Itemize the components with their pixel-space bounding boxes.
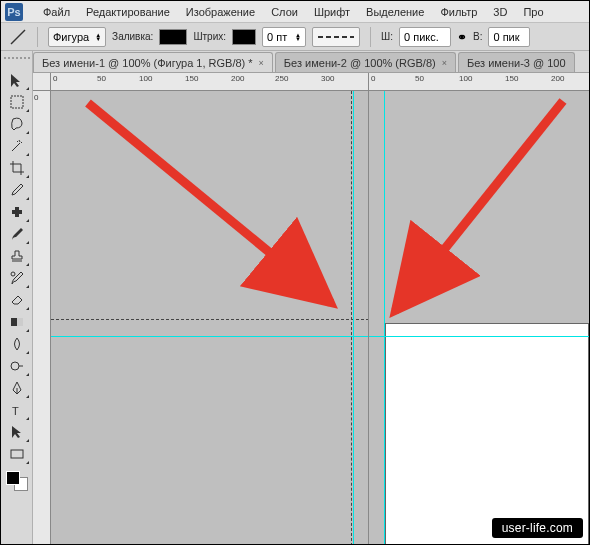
stroke-style-select[interactable]	[312, 27, 360, 47]
toolbar: T	[1, 51, 33, 545]
menu-view-partial[interactable]: Про	[515, 6, 551, 18]
ruler-tick: 150	[505, 74, 518, 83]
canvas-area[interactable]: 0 50 100 150 200 250 300 0 50 100 150 20…	[33, 73, 589, 545]
menu-select[interactable]: Выделение	[358, 6, 432, 18]
menu-layers[interactable]: Слои	[263, 6, 306, 18]
document-1-viewport[interactable]	[51, 91, 369, 545]
menu-image[interactable]: Изображение	[178, 6, 263, 18]
tab-doc2[interactable]: Без имени-2 @ 100% (RGB/8) ×	[275, 52, 456, 72]
tab-doc3[interactable]: Без имени-3 @ 100	[458, 52, 575, 72]
svg-point-8	[11, 362, 19, 370]
path-select-tool[interactable]	[4, 421, 30, 443]
ruler-tick: 0	[371, 74, 375, 83]
stepper-arrows-icon: ▲▼	[295, 33, 301, 41]
shape-mode-label: Фигура	[53, 31, 89, 43]
ruler-tick: 200	[551, 74, 564, 83]
watermark: user-life.com	[492, 518, 583, 538]
fill-swatch[interactable]	[159, 29, 187, 45]
vertical-ruler[interactable]: 0	[33, 91, 51, 545]
marquee-tool[interactable]	[4, 91, 30, 113]
app-logo: Ps	[5, 3, 23, 21]
history-brush-tool[interactable]	[4, 267, 30, 289]
pen-tool[interactable]	[4, 377, 30, 399]
ruler-tick: 0	[34, 93, 38, 102]
shape-bounds-h	[51, 319, 369, 320]
stroke-swatch[interactable]	[232, 29, 256, 45]
healing-tool[interactable]	[4, 201, 30, 223]
ruler-tick: 0	[53, 74, 57, 83]
guide-horizontal[interactable]	[369, 336, 589, 337]
svg-rect-2	[11, 96, 23, 108]
rectangle-tool[interactable]	[4, 443, 30, 465]
ruler-tick: 300	[321, 74, 334, 83]
menu-filter[interactable]: Фильтр	[432, 6, 485, 18]
tab-title: Без имени-2 @ 100% (RGB/8)	[284, 57, 436, 69]
guide-vertical[interactable]	[353, 91, 354, 545]
menu-3d[interactable]: 3D	[485, 6, 515, 18]
menu-file[interactable]: Файл	[35, 6, 78, 18]
document-2-viewport[interactable]	[369, 91, 589, 545]
ruler-tick: 100	[139, 74, 152, 83]
shape-bounds-v	[351, 91, 352, 545]
dropdown-arrows-icon: ▲▼	[95, 33, 101, 41]
link-wh-icon[interactable]: ⚭	[457, 30, 467, 44]
tab-title: Без имени-3 @ 100	[467, 57, 566, 69]
svg-rect-4	[15, 207, 19, 217]
close-icon[interactable]: ×	[442, 58, 447, 68]
stroke-width-value: 0 пт	[267, 31, 287, 43]
stroke-width-field[interactable]: 0 пт ▲▼	[262, 27, 306, 47]
ruler-tick: 50	[415, 74, 424, 83]
ruler-tick: 150	[185, 74, 198, 83]
blur-tool[interactable]	[4, 333, 30, 355]
menu-edit[interactable]: Редактирование	[78, 6, 178, 18]
toolbar-handle[interactable]	[4, 57, 30, 65]
ruler-tick: 250	[275, 74, 288, 83]
dodge-tool[interactable]	[4, 355, 30, 377]
ruler-tick: 200	[231, 74, 244, 83]
svg-rect-7	[17, 318, 23, 326]
document-tabs: Без имени-1 @ 100% (Фигура 1, RGB/8) * ×…	[33, 51, 589, 73]
width-label: Ш:	[381, 31, 393, 42]
fill-label: Заливка:	[112, 31, 153, 42]
menu-type[interactable]: Шрифт	[306, 6, 358, 18]
line-tool-icon	[9, 28, 27, 46]
move-tool[interactable]	[4, 69, 30, 91]
eraser-tool[interactable]	[4, 289, 30, 311]
color-swatch[interactable]	[6, 471, 28, 491]
svg-line-0	[11, 30, 25, 44]
crop-tool[interactable]	[4, 157, 30, 179]
separator	[370, 27, 371, 47]
horizontal-ruler[interactable]: 0 50 100 150 200 250 300 0 50 100 150 20…	[51, 73, 589, 91]
type-tool[interactable]: T	[4, 399, 30, 421]
stroke-label: Штрих:	[193, 31, 226, 42]
stamp-tool[interactable]	[4, 245, 30, 267]
height-field[interactable]: 0 пик	[488, 27, 530, 47]
separator	[37, 27, 38, 47]
close-icon[interactable]: ×	[259, 58, 264, 68]
height-value: 0 пик	[493, 31, 519, 43]
eyedropper-tool[interactable]	[4, 179, 30, 201]
ruler-tick: 100	[459, 74, 472, 83]
ruler-corner[interactable]	[33, 73, 51, 91]
guide-vertical[interactable]	[384, 91, 385, 545]
width-field[interactable]: 0 пикс.	[399, 27, 451, 47]
lasso-tool[interactable]	[4, 113, 30, 135]
canvas-white	[385, 323, 589, 545]
tab-title: Без имени-1 @ 100% (Фигура 1, RGB/8) *	[42, 57, 253, 69]
brush-tool[interactable]	[4, 223, 30, 245]
ruler-tick: 50	[97, 74, 106, 83]
magic-wand-tool[interactable]	[4, 135, 30, 157]
tab-doc1[interactable]: Без имени-1 @ 100% (Фигура 1, RGB/8) * ×	[33, 52, 273, 72]
svg-point-5	[11, 272, 15, 276]
width-value: 0 пикс.	[404, 31, 439, 43]
shape-mode-select[interactable]: Фигура ▲▼	[48, 27, 106, 47]
gradient-tool[interactable]	[4, 311, 30, 333]
svg-rect-10	[11, 450, 23, 458]
svg-text:T: T	[12, 405, 19, 417]
guide-horizontal[interactable]	[51, 336, 369, 337]
height-label: В:	[473, 31, 482, 42]
